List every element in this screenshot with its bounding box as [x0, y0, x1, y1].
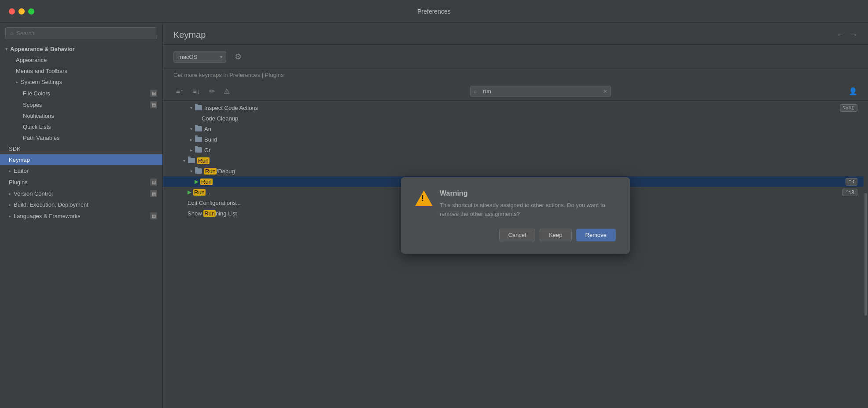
version-control-badge: ▤: [150, 190, 157, 197]
sidebar-item-sdk[interactable]: SDK: [0, 143, 162, 154]
chevron-right-icon: [9, 168, 11, 173]
sidebar-item-notifications[interactable]: Notifications: [0, 110, 162, 121]
chevron-right-icon: [9, 214, 11, 219]
warning-icon: [415, 189, 433, 207]
remove-button[interactable]: Remove: [576, 229, 616, 241]
dialog-title: Warning: [440, 189, 616, 197]
sidebar-item-version-control[interactable]: Version Control ▤: [0, 188, 162, 199]
file-colors-badge: ▤: [150, 90, 157, 97]
sidebar-item-keymap[interactable]: Keymap: [0, 154, 162, 165]
scopes-badge: ▤: [150, 101, 157, 108]
keep-button[interactable]: Keep: [540, 229, 571, 241]
languages-badge: ▤: [150, 212, 157, 219]
sidebar-item-appearance[interactable]: Appearance: [0, 55, 162, 66]
sidebar-item-system-settings[interactable]: System Settings: [0, 76, 162, 87]
warning-triangle: [415, 190, 433, 206]
close-button[interactable]: [9, 8, 15, 15]
dialog-overlay: Warning This shortcut is already assigne…: [163, 23, 868, 408]
maximize-button[interactable]: [28, 8, 34, 15]
sidebar-item-quick-lists[interactable]: Quick Lists: [0, 121, 162, 132]
chevron-right-icon: [16, 80, 18, 84]
plugins-badge: ▤: [150, 178, 157, 186]
sidebar-search-input[interactable]: [16, 30, 152, 36]
window-title: Preferences: [417, 8, 450, 15]
sidebar-item-scopes[interactable]: Scopes ▤: [0, 99, 162, 110]
sidebar: ⌕ Appearance & Behavior Appearance Menus…: [0, 23, 163, 408]
titlebar: Preferences: [0, 0, 868, 23]
sidebar-item-file-colors[interactable]: File Colors ▤: [0, 87, 162, 99]
minimize-button[interactable]: [18, 8, 25, 15]
sidebar-item-menus-toolbars[interactable]: Menus and Toolbars: [0, 66, 162, 76]
sidebar-item-build-execution[interactable]: Build, Execution, Deployment: [0, 199, 162, 210]
main-layout: ⌕ Appearance & Behavior Appearance Menus…: [0, 23, 868, 408]
content-area: Keymap ← → macOS ▾ ⚙ Get more keymaps in…: [163, 23, 868, 408]
dialog-body: This shortcut is already assigned to oth…: [440, 201, 616, 218]
cancel-button[interactable]: Cancel: [499, 229, 535, 241]
dialog-buttons: Cancel Keep Remove: [415, 229, 616, 241]
chevron-right-icon: [9, 202, 11, 207]
sidebar-item-languages-frameworks[interactable]: Languages & Frameworks ▤: [0, 210, 162, 222]
sidebar-item-appearance-behavior[interactable]: Appearance & Behavior: [0, 44, 162, 55]
window-controls: [9, 8, 34, 15]
sidebar-search-wrapper[interactable]: ⌕: [5, 27, 157, 39]
sidebar-item-editor[interactable]: Editor: [0, 165, 162, 176]
dialog-text-area: Warning This shortcut is already assigne…: [440, 189, 616, 218]
warning-dialog: Warning This shortcut is already assigne…: [401, 177, 630, 254]
chevron-down-icon: [5, 47, 7, 51]
sidebar-item-plugins[interactable]: Plugins ▤: [0, 176, 162, 188]
dialog-header: Warning This shortcut is already assigne…: [415, 189, 616, 218]
search-icon: ⌕: [10, 30, 14, 36]
chevron-right-icon: [9, 191, 11, 196]
sidebar-item-path-variables[interactable]: Path Variables: [0, 132, 162, 143]
